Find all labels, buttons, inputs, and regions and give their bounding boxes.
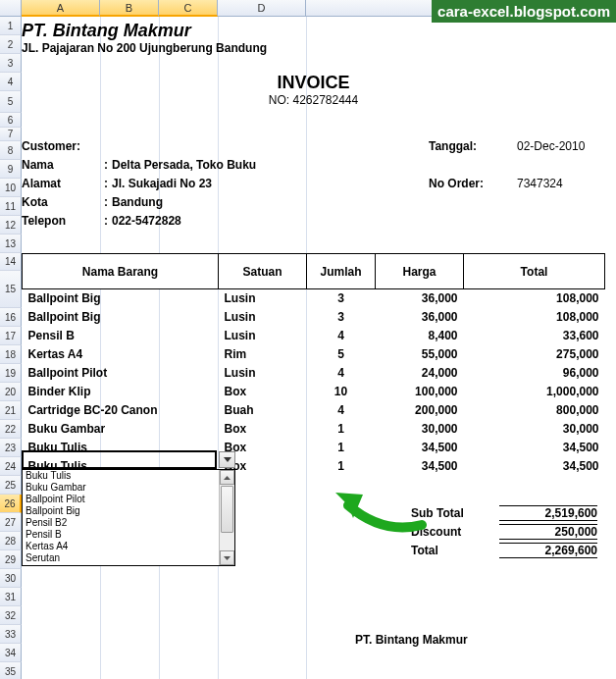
cell-total[interactable]: 34,500 (464, 439, 605, 457)
cell-name[interactable]: Ballpoint Pilot (23, 364, 219, 383)
cell-total[interactable]: 108,000 (464, 308, 605, 327)
row-header-8[interactable]: 8 (0, 141, 22, 160)
row-header-20[interactable]: 20 (0, 383, 22, 401)
cell-qty[interactable]: 1 (307, 457, 376, 476)
cell-price[interactable]: 200,000 (376, 401, 464, 420)
row-header-30[interactable]: 30 (0, 569, 22, 588)
cell-name[interactable]: Pensil B (23, 327, 219, 345)
dropdown-item[interactable]: Ballpoint Big (23, 505, 234, 517)
cell-unit[interactable]: Lusin (219, 364, 307, 383)
row-header-6[interactable]: 6 (0, 113, 22, 128)
row-header-23[interactable]: 23 (0, 439, 22, 457)
cell-qty[interactable]: 3 (307, 308, 376, 327)
col-header-c[interactable]: C (159, 0, 218, 17)
cell-total[interactable]: 96,000 (464, 364, 605, 383)
cell-unit[interactable]: Lusin (219, 289, 307, 308)
dropdown-item[interactable]: Ballpoint Pilot (23, 494, 234, 505)
row-header-2[interactable]: 2 (0, 35, 22, 54)
cell-price[interactable]: 100,000 (376, 383, 464, 401)
cell-unit[interactable]: Box (219, 383, 307, 401)
row-header-25[interactable]: 25 (0, 476, 22, 495)
cell-qty[interactable]: 4 (307, 327, 376, 345)
col-header-d[interactable]: D (218, 0, 306, 17)
cell-total[interactable]: 30,000 (464, 420, 605, 439)
col-header-a[interactable]: A (22, 0, 100, 17)
row-header-13[interactable]: 13 (0, 235, 22, 253)
row-header-24[interactable]: 24 (0, 457, 22, 476)
row-header-22[interactable]: 22 (0, 420, 22, 439)
cell-name[interactable]: Buku Tulis (23, 439, 219, 457)
row-header-35[interactable]: 35 (0, 662, 22, 679)
data-validation-dropdown-button[interactable] (219, 451, 235, 468)
dropdown-scrollbar[interactable] (219, 470, 234, 565)
dropdown-item[interactable]: Pensil B2 (23, 517, 234, 529)
row-header-10[interactable]: 10 (0, 179, 22, 197)
cell-name[interactable]: Ballpoint Big (23, 308, 219, 327)
row-header-21[interactable]: 21 (0, 401, 22, 420)
cell-name[interactable]: Cartridge BC-20 Canon (23, 401, 219, 420)
row-header-28[interactable]: 28 (0, 532, 22, 550)
row-header-17[interactable]: 17 (0, 327, 22, 345)
cell-price[interactable]: 24,000 (376, 364, 464, 383)
cell-unit[interactable]: Buah (219, 401, 307, 420)
dropdown-item[interactable]: Buku Gambar (23, 482, 234, 494)
select-all-corner[interactable] (0, 0, 22, 17)
row-header-5[interactable]: 5 (0, 91, 22, 113)
row-header-16[interactable]: 16 (0, 308, 22, 327)
row-header-29[interactable]: 29 (0, 550, 22, 569)
dropdown-list[interactable]: Buku TulisBuku GambarBallpoint PilotBall… (22, 469, 235, 566)
cell-qty[interactable]: 4 (307, 364, 376, 383)
col-header-b[interactable]: B (100, 0, 159, 17)
cell-qty[interactable]: 1 (307, 420, 376, 439)
row-header-15[interactable]: 15 (0, 271, 22, 308)
cell-total[interactable]: 800,000 (464, 401, 605, 420)
cell-qty[interactable]: 3 (307, 289, 376, 308)
cell-price[interactable]: 34,500 (376, 439, 464, 457)
row-header-4[interactable]: 4 (0, 73, 22, 91)
row-header-34[interactable]: 34 (0, 644, 22, 662)
cell-price[interactable]: 36,000 (376, 308, 464, 327)
row-header-26[interactable]: 26 (0, 495, 22, 513)
scroll-thumb[interactable] (221, 486, 233, 533)
cell-total[interactable]: 275,000 (464, 345, 605, 364)
row-header-31[interactable]: 31 (0, 588, 22, 606)
cell-price[interactable]: 30,000 (376, 420, 464, 439)
cell-total[interactable]: 34,500 (464, 457, 605, 476)
cell-unit[interactable]: Lusin (219, 327, 307, 345)
cell-total[interactable]: 33,600 (464, 327, 605, 345)
row-header-19[interactable]: 19 (0, 364, 22, 383)
cell-price[interactable]: 34,500 (376, 457, 464, 476)
cell-name[interactable]: Buku Gambar (23, 420, 219, 439)
cell-price[interactable]: 36,000 (376, 289, 464, 308)
row-header-7[interactable]: 7 (0, 128, 22, 141)
cell-qty[interactable]: 10 (307, 383, 376, 401)
cell-unit[interactable]: Rim (219, 345, 307, 364)
cell-price[interactable]: 8,400 (376, 327, 464, 345)
row-header-33[interactable]: 33 (0, 625, 22, 644)
cell-qty[interactable]: 5 (307, 345, 376, 364)
scroll-up-button[interactable] (220, 470, 234, 485)
cell-name[interactable]: Kertas A4 (23, 345, 219, 364)
cell-unit[interactable]: Box (219, 420, 307, 439)
row-header-18[interactable]: 18 (0, 345, 22, 364)
row-header-12[interactable]: 12 (0, 216, 22, 235)
row-header-32[interactable]: 32 (0, 606, 22, 625)
cell-qty[interactable]: 4 (307, 401, 376, 420)
row-header-14[interactable]: 14 (0, 253, 22, 271)
row-header-9[interactable]: 9 (0, 160, 22, 179)
row-header-11[interactable]: 11 (0, 197, 22, 216)
scroll-down-button[interactable] (220, 550, 234, 565)
row-header-1[interactable]: 1 (0, 17, 22, 35)
dropdown-item[interactable]: Serutan (23, 552, 234, 564)
cell-total[interactable]: 1,000,000 (464, 383, 605, 401)
cell-price[interactable]: 55,000 (376, 345, 464, 364)
dropdown-item[interactable]: Kertas A4 (23, 541, 234, 552)
cell-name[interactable]: Binder Klip (23, 383, 219, 401)
dropdown-item[interactable]: Buku Tulis (23, 470, 234, 482)
row-header-3[interactable]: 3 (0, 54, 22, 73)
cell-name[interactable]: Ballpoint Big (23, 289, 219, 308)
cell-qty[interactable]: 1 (307, 439, 376, 457)
row-header-27[interactable]: 27 (0, 513, 22, 532)
cell-total[interactable]: 108,000 (464, 289, 605, 308)
cell-unit[interactable]: Lusin (219, 308, 307, 327)
